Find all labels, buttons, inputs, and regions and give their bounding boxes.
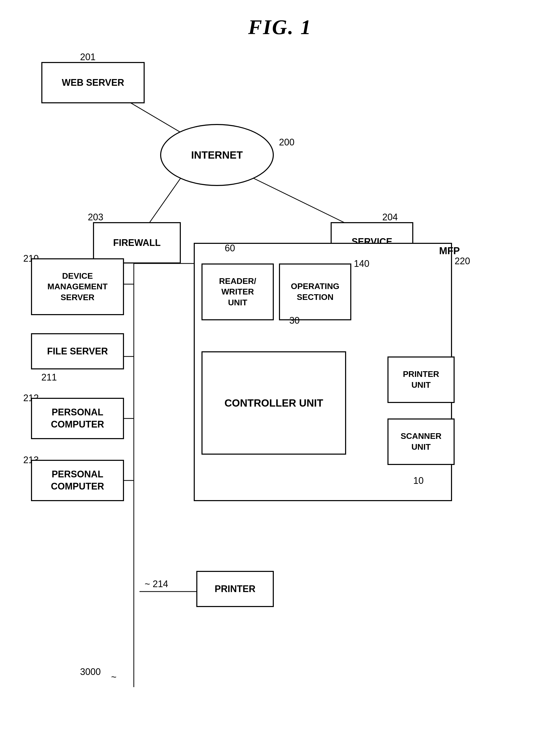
printer-box: PRINTER (196, 571, 274, 607)
diagram: FIG. 1 201 WEB SERVER INTERNET 200 203 F… (0, 0, 560, 730)
ref-30: 30 (289, 315, 300, 326)
ref-140: 140 (354, 258, 369, 269)
printer-unit-box: PRINTERUNIT (387, 356, 455, 403)
personal-computer-2-box: PERSONALCOMPUTER (31, 460, 124, 501)
controller-unit-box: CONTROLLER UNIT (201, 351, 346, 455)
ref-211: 211 (41, 372, 57, 383)
web-server-box: WEB SERVER (41, 62, 145, 103)
ref-201: 201 (80, 52, 96, 63)
ref-3000-tilde: ~ (111, 672, 116, 682)
operating-section-box: OPERATINGSECTION (279, 263, 351, 320)
svg-line-2 (238, 170, 349, 225)
personal-computer-1-box: PERSONALCOMPUTER (31, 398, 124, 439)
firewall-box: FIREWALL (93, 222, 181, 263)
page-title: FIG. 1 (248, 15, 312, 39)
scanner-unit-box: SCANNERUNIT (387, 418, 455, 465)
ref-3000: 3000 (80, 666, 101, 677)
mfp-label: MFP (439, 245, 460, 257)
file-server-box: FILE SERVER (31, 333, 124, 369)
reader-writer-box: READER/WRITERUNIT (201, 263, 274, 320)
ref-200: 200 (279, 137, 294, 148)
ref-220: 220 (455, 256, 470, 267)
ref-203: 203 (88, 212, 103, 223)
ref-10: 10 (413, 475, 424, 486)
internet-ellipse: INTERNET (160, 124, 274, 186)
device-mgmt-box: DEVICEMANAGEMENTSERVER (31, 258, 124, 315)
ref-204: 204 (382, 212, 398, 223)
ref-214: ~ 214 (145, 579, 168, 589)
ref-60: 60 (225, 243, 235, 254)
